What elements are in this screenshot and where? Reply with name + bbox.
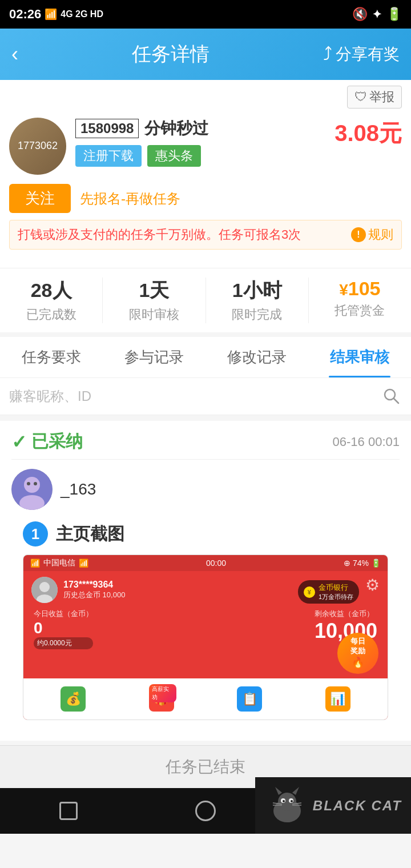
price-section: 3.08元: [335, 118, 402, 149]
status-bar: 02:26 📶 4G 2G HD 🔇 ✦ 🔋: [0, 0, 411, 29]
step-title-row: 1 主页截图: [23, 521, 388, 546]
yen-symbol: ¥: [339, 281, 348, 299]
phone-nav-stats: 📊: [325, 686, 350, 712]
stat-completed: 28人 已完成数: [0, 278, 103, 323]
phone-nav-wallet: 💰: [61, 686, 86, 712]
shield-icon: 🛡: [354, 90, 367, 105]
phone-bank-label: 金币银行: [319, 582, 353, 593]
cat-silhouette-icon: [267, 786, 307, 826]
tag-huitoutiao: 惠头条: [147, 145, 201, 167]
task-price: 3.08元: [335, 118, 402, 149]
phone-remain-label: 剩余收益（金币）: [315, 609, 377, 619]
stat-completion-time: 1小时 限时完成: [206, 278, 309, 323]
share-button[interactable]: ⤴ 分享有奖: [323, 43, 400, 65]
phone-today-sub: 约0.0000元: [34, 637, 93, 649]
stat-review-days: 1天 限时审核: [103, 278, 206, 323]
svg-line-1: [394, 399, 398, 403]
phone-bank-info: 金币银行 1万金币待存: [319, 582, 353, 601]
tab-requirements[interactable]: 任务要求: [0, 337, 103, 377]
phone-status-bar: 📶 中国电信 📶 00:00 ⊕ 74% 🔋: [23, 555, 388, 571]
task-info: 1580998 分钟秒过 注册下载 惠头条: [75, 118, 325, 172]
svg-point-6: [34, 482, 37, 485]
step-label: 主页截图: [56, 523, 124, 546]
stat-escrow-label: 托管赏金: [309, 302, 411, 319]
phone-signal: 📶: [30, 558, 40, 568]
stat-time-label: 限时完成: [206, 306, 308, 323]
phone-today-label: 今日收益（金币）: [34, 609, 93, 619]
search-bar[interactable]: 赚客昵称、ID: [0, 378, 411, 415]
tab-changes[interactable]: 修改记录: [206, 337, 308, 377]
search-icon[interactable]: [381, 386, 402, 407]
follow-button[interactable]: 关注: [9, 184, 71, 213]
bluetooth-icon: ✦: [372, 7, 382, 21]
task-id-box: 1580998: [75, 119, 139, 138]
daily-reward-bubble: 每日 奖励 🔥: [337, 633, 378, 674]
tabs-row: 任务要求 参与记录 修改记录 结果审核: [0, 337, 411, 378]
phone-today-earning: 今日收益（金币） 0 约0.0000元: [34, 609, 93, 649]
warning-text: 打钱或涉及支付的的任务千万别做。任务可报名3次: [18, 226, 351, 243]
back-button[interactable]: ‹: [11, 42, 18, 66]
section-divider: [0, 415, 411, 421]
black-cat-watermark: BLACK CAT: [255, 777, 411, 834]
time-display: 02:26: [9, 7, 41, 22]
recent-apps-button[interactable]: [51, 799, 86, 822]
user-name: _163: [61, 480, 96, 499]
report-section: 🛡 举报: [0, 80, 411, 108]
status-right: 🔇 ✦ 🔋: [352, 7, 402, 22]
phone-time: 00:00: [206, 558, 226, 568]
screenshot-preview[interactable]: 📶 中国电信 📶 00:00 ⊕ 74% 🔋 ⚙: [23, 554, 388, 720]
coin-icon: ¥: [304, 586, 315, 598]
phone-user-info: 173****9364 历史总金币 10,000: [63, 580, 125, 600]
stat-completed-label: 已完成数: [0, 306, 102, 323]
svg-point-8: [39, 582, 50, 592]
settings-gear-icon: ⚙: [365, 576, 380, 594]
tag-register: 注册下载: [75, 145, 142, 167]
report-button[interactable]: 🛡 举报: [347, 86, 402, 108]
page-title: 任务详情: [132, 41, 209, 67]
rules-button[interactable]: ! 规则: [351, 226, 393, 243]
tab-review[interactable]: 结果审核: [308, 337, 411, 377]
svg-point-17: [291, 800, 293, 802]
rules-icon: !: [351, 227, 366, 242]
daily-reward-label: 每日: [350, 637, 365, 646]
check-icon: ✓: [11, 431, 27, 453]
phone-user-id: 173****9364: [63, 580, 125, 590]
task-header: 1773062 1580998 分钟秒过 注册下载 惠头条 3.08元: [9, 118, 402, 175]
follow-row: 关注 先报名-再做任务: [9, 184, 402, 213]
black-cat-label: BLACK CAT: [313, 798, 402, 814]
bottom-bar-label: 任务已结束: [166, 758, 245, 775]
phone-wifi-icon: 📶: [79, 558, 88, 568]
phone-nav-tasks: 📋: [237, 686, 262, 712]
stat-review-label: 限时审核: [103, 306, 205, 323]
phone-today-value: 0: [34, 619, 93, 637]
share-label: 分享有奖: [336, 43, 400, 65]
svg-point-3: [24, 477, 40, 493]
battery-icon: 🔋: [386, 7, 402, 22]
warning-bar: 打钱或涉及支付的的任务千万别做。任务可报名3次 ! 规则: [9, 220, 402, 250]
step-section: 1 主页截图 📶 中国电信 📶 00:00 ⊕ 74% 🔋: [11, 521, 400, 732]
home-icon: [195, 801, 216, 821]
svg-point-16: [283, 800, 285, 802]
svg-point-11: [278, 793, 296, 811]
phone-nav-coupon: 🎁 高薪实劝: [149, 686, 174, 712]
adopted-section: ✓ 已采纳 06-16 00:01 _163 1 主页截图: [0, 421, 411, 741]
stat-escrow: ¥105 托管赏金: [309, 278, 411, 323]
stat-review-value: 1天: [103, 278, 205, 304]
user-avatar: [11, 469, 53, 510]
task-tags: 注册下载 惠头条: [75, 145, 325, 167]
phone-battery-icon: 🔋: [371, 558, 381, 568]
svg-marker-13: [292, 787, 299, 795]
mute-icon: 🔇: [352, 7, 368, 22]
android-nav-bar: BLACK CAT: [0, 788, 411, 834]
phone-bank-sub: 1万金币待存: [319, 593, 353, 601]
adopted-label: 已采纳: [31, 430, 83, 453]
avatar: 1773062: [9, 118, 66, 175]
home-button[interactable]: [188, 799, 223, 822]
phone-bank-badge: ¥ 金币银行 1万金币待存: [298, 580, 359, 604]
phone-earnings: 今日收益（金币） 0 约0.0000元 剩余收益（金币） 10,000: [31, 609, 380, 649]
rules-label: 规则: [368, 226, 393, 243]
daily-reward-label2: 奖励: [350, 646, 365, 656]
stats-row: 28人 已完成数 1天 限时审核 1小时 限时完成 ¥105 托管赏金: [0, 268, 411, 332]
tab-records[interactable]: 参与记录: [103, 337, 206, 377]
phone-user-coins: 历史总金币 10,000: [63, 590, 125, 600]
